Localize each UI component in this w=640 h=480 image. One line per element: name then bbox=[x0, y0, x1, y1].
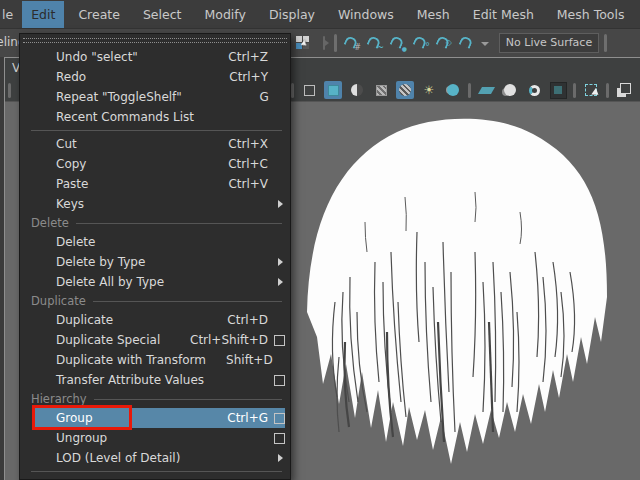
menu-item-duplicate-special[interactable]: Duplicate SpecialCtrl+Shift+D bbox=[34, 330, 285, 350]
menu-item-label: Delete by Type bbox=[34, 255, 176, 269]
menu-separator bbox=[31, 130, 282, 131]
menu-tearoff-handle[interactable] bbox=[23, 38, 287, 43]
submenu-arrow-icon bbox=[278, 278, 283, 286]
shadows-sphere-icon[interactable] bbox=[444, 81, 462, 99]
submenu-arrow-icon bbox=[278, 258, 283, 266]
menu-item-cut[interactable]: CutCtrl+X bbox=[34, 134, 285, 154]
wireframe-cube-icon[interactable] bbox=[300, 81, 318, 99]
menubar-item-edit[interactable]: Edit bbox=[22, 1, 64, 28]
menu-item-group[interactable]: GroupCtrl+G bbox=[34, 408, 285, 428]
menu-item-shortcut: G bbox=[182, 90, 269, 104]
menu-item-option-slot[interactable] bbox=[272, 375, 285, 386]
menu-item-transfer-attribute-values[interactable]: Transfer Attribute Values bbox=[34, 370, 285, 390]
menu-item-shortcut: Ctrl+D bbox=[176, 313, 268, 327]
snap-to-curves-magnet-icon[interactable] bbox=[365, 34, 383, 52]
menu-item-option-slot[interactable] bbox=[268, 433, 285, 444]
menu-item-label: Transfer Attribute Values bbox=[34, 373, 204, 387]
menu-item-label: Recent Commands List bbox=[34, 110, 194, 124]
menu-item-label: Copy bbox=[34, 157, 176, 171]
snap-plain-magnet-icon[interactable] bbox=[457, 34, 475, 52]
textured-cube-icon[interactable] bbox=[372, 81, 390, 99]
menu-item-undo-select[interactable]: Undo "select"Ctrl+Z bbox=[34, 47, 285, 67]
shaded-cube-icon[interactable] bbox=[324, 81, 342, 99]
edit-menu-popup: Undo "select"Ctrl+ZRedoCtrl+YRepeat "Tog… bbox=[19, 33, 291, 480]
menu-item-duplicate-with-transform[interactable]: Duplicate with TransformShift+D bbox=[34, 350, 285, 370]
menu-item-ungroup[interactable]: Ungroup bbox=[34, 428, 285, 448]
menu-item-shortcut: Ctrl+Z bbox=[176, 50, 268, 64]
menu-item-copy[interactable]: CopyCtrl+C bbox=[34, 154, 285, 174]
menu-item-label: Repeat "ToggleShelf" bbox=[34, 90, 182, 104]
menubar-item-modify[interactable]: Modify bbox=[196, 1, 255, 28]
menu-item-lod-level-of-detail[interactable]: LOD (Level of Detail) bbox=[34, 448, 285, 468]
menu-separator bbox=[31, 471, 282, 472]
edit-menu-items: Undo "select"Ctrl+ZRedoCtrl+YRepeat "Tog… bbox=[20, 47, 290, 480]
menu-item-option-slot[interactable] bbox=[268, 335, 285, 346]
menu-item-shortcut: Ctrl+C bbox=[176, 157, 268, 171]
menubar-item-create[interactable]: Create bbox=[69, 1, 129, 28]
option-box-icon[interactable] bbox=[274, 413, 285, 424]
menu-item-option-slot[interactable] bbox=[268, 278, 285, 286]
menu-item-option-slot[interactable] bbox=[269, 454, 285, 462]
menubar-item-file-partial[interactable]: le bbox=[0, 1, 17, 28]
screen-space-ao-icon[interactable] bbox=[477, 81, 495, 99]
menubar-item-mesh[interactable]: Mesh bbox=[408, 1, 459, 28]
motion-blur-icon[interactable] bbox=[501, 81, 519, 99]
menu-item-label: Redo bbox=[34, 70, 176, 84]
main-menubar: leEditCreateSelectModifyDisplayWindowsMe… bbox=[0, 0, 640, 29]
menu-item-recent-commands-list[interactable]: Recent Commands List bbox=[34, 107, 285, 127]
snap-to-points-magnet-icon[interactable] bbox=[388, 34, 406, 52]
menu-item-duplicate[interactable]: DuplicateCtrl+D bbox=[34, 310, 285, 330]
menubar-item-edit-mesh[interactable]: Edit Mesh bbox=[464, 1, 543, 28]
menu-item-delete-by-type[interactable]: Delete by Type bbox=[34, 252, 285, 272]
checkered-sphere-icon[interactable] bbox=[396, 81, 414, 99]
menu-item-parent[interactable]: ParentP bbox=[34, 475, 285, 480]
menu-item-label: Duplicate Special bbox=[34, 333, 176, 347]
menubar-item-display[interactable]: Display bbox=[260, 1, 324, 28]
menu-item-shortcut: Shift+D bbox=[206, 353, 273, 367]
snap-to-grids-magnet-icon[interactable] bbox=[342, 34, 360, 52]
menu-item-option-slot[interactable] bbox=[268, 413, 285, 424]
menubar-item-mesh-tools[interactable]: Mesh Tools bbox=[548, 1, 634, 28]
option-box-icon[interactable] bbox=[274, 335, 285, 346]
option-box-icon[interactable] bbox=[274, 433, 285, 444]
wireframe-on-shaded-icon[interactable] bbox=[615, 81, 633, 99]
lights-icon[interactable]: ☀ bbox=[420, 81, 438, 99]
menu-item-redo[interactable]: RedoCtrl+Y bbox=[34, 67, 285, 87]
menu-item-option-slot[interactable] bbox=[268, 200, 285, 208]
make-live-magnet-icon[interactable] bbox=[434, 34, 452, 52]
menu-item-delete-all-by-type[interactable]: Delete All by Type bbox=[34, 272, 285, 292]
snap-to-projected-center-magnet-icon[interactable] bbox=[411, 34, 429, 52]
menu-item-label: Paste bbox=[34, 177, 176, 191]
exposure-button-icon[interactable] bbox=[549, 81, 567, 99]
toolbar-separator bbox=[8, 83, 11, 98]
menubar-item-windows[interactable]: Windows bbox=[329, 1, 403, 28]
menu-item-paste[interactable]: PasteCtrl+V bbox=[34, 174, 285, 194]
toolbar-separator bbox=[468, 83, 471, 98]
toolbar-separator bbox=[573, 83, 576, 98]
menu-item-label: Ungroup bbox=[34, 431, 176, 445]
menu-item-delete[interactable]: Delete bbox=[34, 232, 285, 252]
menu-item-label: Keys bbox=[34, 197, 176, 211]
menu-item-label: Duplicate bbox=[34, 313, 176, 327]
isolate-select-icon[interactable] bbox=[582, 81, 600, 99]
option-box-icon[interactable] bbox=[274, 375, 285, 386]
menu-section-label: Hierarchy bbox=[31, 392, 87, 406]
menu-item-shortcut: Ctrl+X bbox=[176, 137, 268, 151]
menu-item-repeat-toggleshelf[interactable]: Repeat "ToggleShelf"G bbox=[34, 87, 285, 107]
menu-item-keys[interactable]: Keys bbox=[34, 194, 285, 214]
handle-separator-icon bbox=[334, 34, 337, 52]
submenu-arrow-icon bbox=[278, 200, 283, 208]
menu-item-label: Delete All by Type bbox=[34, 275, 176, 289]
shaded-textured-sphere-icon[interactable] bbox=[348, 81, 366, 99]
menu-section-rule bbox=[93, 301, 282, 302]
menu-item-label: Delete bbox=[34, 235, 176, 249]
multisample-arc-icon[interactable] bbox=[525, 81, 543, 99]
menubar-item-select[interactable]: Select bbox=[134, 1, 191, 28]
menu-item-label: LOD (Level of Detail) bbox=[34, 451, 180, 465]
menu-item-shortcut: Ctrl+G bbox=[176, 411, 268, 425]
dropdown-caret-icon[interactable] bbox=[480, 39, 488, 47]
menu-item-option-slot[interactable] bbox=[268, 258, 285, 266]
no-live-surface-field[interactable]: No Live Surface bbox=[499, 33, 599, 53]
handle-separator-icon bbox=[604, 34, 607, 52]
select-hierarchy-grid-icon[interactable] bbox=[295, 35, 311, 51]
